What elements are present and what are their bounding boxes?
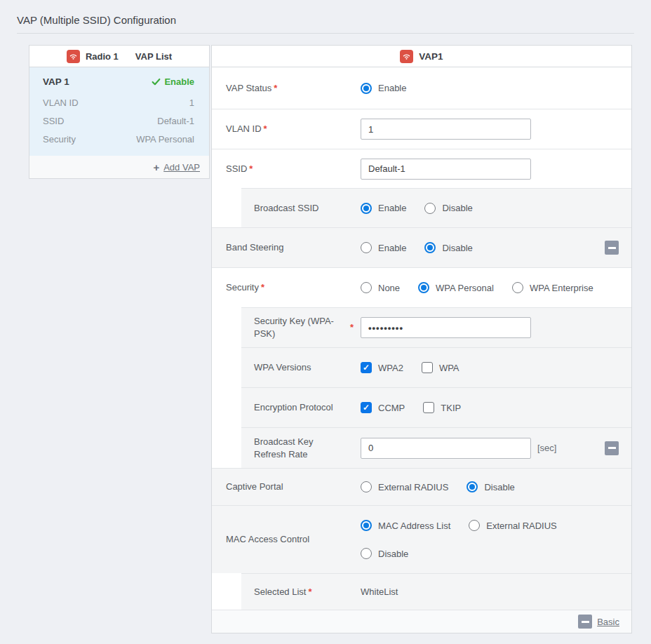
- wpa-checkbox[interactable]: WPA: [422, 362, 459, 373]
- option-label: Enable: [378, 243, 406, 253]
- radio-unselected-icon[interactable]: [361, 481, 372, 492]
- security-label: Security*: [212, 281, 361, 294]
- vap-status-label: VAP Status*: [212, 82, 361, 95]
- row-selected-list: Selected List* WhiteList: [212, 573, 631, 610]
- vap-entry-field-label: SSID: [43, 116, 64, 126]
- row-band-steering: Band Steering Enable Disable: [212, 227, 631, 267]
- page-title: VAP (Multiple SSID) Configuration: [17, 14, 634, 26]
- security-key-control: [361, 317, 631, 338]
- radio-selected-icon[interactable]: [418, 282, 429, 293]
- ssid-input[interactable]: [361, 159, 531, 180]
- security-control: None WPA Personal WPA Enterprise: [361, 282, 631, 293]
- selected-list-inner: Selected List* WhiteList: [241, 573, 631, 610]
- sub-row-indent: [212, 387, 241, 427]
- basic-view-link[interactable]: Basic: [597, 617, 619, 627]
- captive-portal-disable-radio[interactable]: Disable: [467, 481, 514, 492]
- broadcast-ssid-inner: Broadcast SSID Enable Disable: [241, 188, 631, 227]
- title-divider: [17, 33, 634, 34]
- option-label: Disable: [442, 203, 472, 213]
- vap-entry-field-label: Security: [43, 134, 76, 145]
- option-label: Enable: [378, 83, 406, 93]
- vap-entry-field-label: VLAN ID: [43, 98, 79, 108]
- option-label: Enable: [378, 203, 406, 213]
- vap-list-panel: Radio 1 VAP List VAP 1 Enable VLAN ID 1: [29, 45, 210, 179]
- ccmp-checkbox[interactable]: CCMP: [361, 402, 405, 413]
- tkip-checkbox[interactable]: TKIP: [423, 402, 461, 413]
- mac-access-control-options: MAC Address List External RADIUS Disable: [361, 506, 631, 573]
- selected-list-value: WhiteList: [361, 586, 398, 597]
- radio-selected-icon[interactable]: [361, 520, 372, 531]
- vlan-id-input[interactable]: [361, 119, 531, 140]
- encryption-protocol-label: Encryption Protocol: [241, 401, 361, 414]
- vap-entry-field-row: Security WPA Personal: [43, 130, 194, 148]
- security-wpa-personal-radio[interactable]: WPA Personal: [418, 282, 494, 293]
- vap-entry-field-value: Default-1: [157, 116, 194, 126]
- encryption-protocol-control: CCMP TKIP: [361, 402, 631, 413]
- add-vap-link[interactable]: Add VAP: [163, 162, 200, 173]
- required-marker: *: [261, 282, 264, 293]
- content-area: Radio 1 VAP List VAP 1 Enable VLAN ID 1: [29, 45, 651, 633]
- required-marker: *: [249, 163, 253, 174]
- row-vap-status: VAP Status* Enable: [212, 67, 631, 109]
- radio-unselected-icon[interactable]: [361, 242, 372, 253]
- radio-unselected-icon[interactable]: [512, 282, 523, 293]
- selected-list-label: Selected List*: [241, 586, 361, 598]
- band-steering-disable-radio[interactable]: Disable: [424, 242, 472, 253]
- checkbox-unchecked-icon[interactable]: [422, 362, 433, 373]
- radio-unselected-icon[interactable]: [361, 548, 372, 559]
- sub-row-indent: [212, 188, 241, 227]
- captive-portal-label: Captive Portal: [212, 481, 361, 493]
- broadcast-key-control: [sec]: [361, 438, 631, 459]
- radio-unselected-icon[interactable]: [469, 520, 480, 531]
- collapse-minus-button[interactable]: [605, 241, 619, 255]
- wpa2-checkbox[interactable]: WPA2: [361, 362, 403, 373]
- option-label: WPA Enterprise: [530, 283, 593, 293]
- radio-selected-icon[interactable]: [424, 242, 436, 253]
- sub-row-indent: [212, 347, 241, 387]
- vap-entry-top: VAP 1 Enable: [43, 76, 194, 87]
- broadcast-ssid-disable-radio[interactable]: Disable: [424, 203, 472, 214]
- required-marker: *: [308, 586, 311, 598]
- option-label: TKIP: [441, 403, 461, 413]
- vap-entry-field-value: WPA Personal: [136, 134, 194, 145]
- add-vap-row: Add VAP: [29, 156, 209, 178]
- option-label: WPA: [439, 363, 459, 373]
- radio-selected-icon[interactable]: [361, 203, 372, 214]
- minus-icon: [608, 447, 616, 449]
- checkbox-checked-icon[interactable]: [361, 362, 372, 373]
- mac-external-radius-radio[interactable]: External RADIUS: [469, 520, 556, 531]
- band-steering-enable-radio[interactable]: Enable: [361, 242, 406, 253]
- radio-selected-icon[interactable]: [467, 481, 478, 492]
- security-none-radio[interactable]: None: [361, 282, 400, 293]
- sub-row-indent: [212, 573, 241, 610]
- option-label: Disable: [442, 243, 472, 253]
- option-label: WPA2: [378, 363, 403, 373]
- radio-label: Radio 1: [86, 51, 119, 62]
- broadcast-ssid-label: Broadcast SSID: [241, 202, 361, 215]
- option-label: External RADIUS: [486, 521, 556, 531]
- basic-view-minus-button[interactable]: [578, 615, 592, 629]
- mac-disable-radio[interactable]: Disable: [361, 548, 408, 559]
- radio-selected-icon[interactable]: [361, 83, 372, 94]
- collapse-minus-button[interactable]: [605, 441, 619, 455]
- broadcast-key-inner: Broadcast Key Refresh Rate [sec]: [241, 427, 631, 468]
- vap-list-item[interactable]: VAP 1 Enable VLAN ID 1 SSID Default-1 Se…: [29, 67, 209, 156]
- captive-portal-external-radius-radio[interactable]: External RADIUS: [361, 481, 448, 492]
- checkbox-unchecked-icon[interactable]: [423, 402, 434, 413]
- band-steering-control: Enable Disable: [361, 242, 631, 253]
- security-wpa-enterprise-radio[interactable]: WPA Enterprise: [512, 282, 593, 293]
- broadcast-key-input[interactable]: [361, 438, 531, 459]
- wpa-versions-control: WPA2 WPA: [361, 362, 631, 373]
- vap-status-enable-radio[interactable]: Enable: [361, 83, 406, 94]
- vap-configuration-page: VAP (Multiple SSID) Configuration Radio …: [0, 0, 651, 633]
- minus-icon: [582, 621, 589, 623]
- radio-unselected-icon[interactable]: [361, 282, 372, 293]
- row-mac-access-control: MAC Access Control MAC Address List Exte…: [212, 505, 631, 573]
- broadcast-ssid-enable-radio[interactable]: Enable: [361, 203, 406, 214]
- mac-options-line-2: Disable: [361, 548, 408, 559]
- mac-address-list-radio[interactable]: MAC Address List: [361, 520, 450, 531]
- security-key-input[interactable]: [361, 317, 531, 338]
- checkbox-checked-icon[interactable]: [361, 402, 372, 413]
- radio-unselected-icon[interactable]: [424, 203, 436, 214]
- encryption-protocol-inner: Encryption Protocol CCMP TKIP: [241, 387, 631, 427]
